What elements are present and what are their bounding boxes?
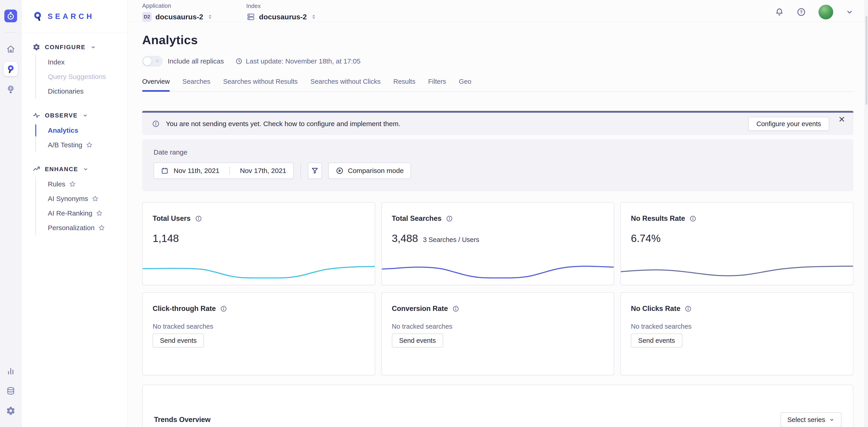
card-title: No Clicks Rate	[631, 304, 680, 313]
info-icon	[152, 120, 160, 128]
sidebar-item-ai-synonyms[interactable]: AI Synonyms	[48, 191, 127, 206]
info-icon[interactable]	[452, 305, 460, 313]
star-icon[interactable]	[69, 181, 76, 188]
sidebar-item-analytics[interactable]: Analytics	[48, 123, 127, 138]
send-events-button[interactable]: Send events	[153, 333, 204, 348]
index-selector[interactable]: Index docusaurus-2	[246, 2, 317, 22]
sidebar-item-rules[interactable]: Rules	[48, 177, 127, 191]
clock-icon	[235, 58, 243, 65]
close-icon[interactable]	[838, 116, 846, 123]
section-enhance: ENHANCE Rules AI Synonyms AI R	[33, 163, 127, 235]
info-icon[interactable]	[445, 215, 453, 222]
trend-up-icon	[33, 165, 40, 173]
tab-geo[interactable]: Geo	[459, 78, 471, 91]
top-bar: Application D2 docusaurus-2 Index	[128, 0, 868, 22]
svg-text:?: ?	[800, 9, 803, 14]
configure-events-button[interactable]: Configure your events	[748, 117, 829, 131]
card-title: Total Users	[153, 215, 191, 223]
comparison-mode-label: Comparison mode	[348, 167, 404, 174]
data-sources-icon[interactable]	[4, 384, 18, 398]
chevron-down-icon	[829, 417, 835, 423]
trends-title: Trends Overview	[154, 416, 211, 424]
info-icon[interactable]	[684, 305, 692, 313]
events-banner: You are not sending events yet. Check ho…	[142, 111, 854, 135]
application-badge: D2	[142, 12, 152, 22]
empty-state-text: No tracked searches	[153, 323, 365, 330]
sidebar-item-query-suggestions[interactable]: Query Suggestions	[48, 69, 127, 84]
main-area: Application D2 docusaurus-2 Index	[128, 0, 868, 427]
comparison-mode-button[interactable]: Comparison mode	[328, 163, 411, 179]
chevron-down-icon	[82, 112, 88, 118]
info-icon[interactable]	[220, 305, 227, 313]
card-title: Total Searches	[392, 215, 441, 223]
send-events-button[interactable]: Send events	[631, 333, 682, 348]
select-series-button[interactable]: Select series	[780, 412, 842, 427]
home-icon[interactable]	[4, 42, 18, 56]
no-results-rate-sparkline	[621, 260, 853, 282]
sidebar-item-personalization[interactable]: Personalization	[48, 221, 127, 235]
index-stack-icon	[246, 12, 255, 22]
sidebar-item-dictionaries[interactable]: Dictionaries	[48, 84, 127, 99]
stopwatch-app-icon[interactable]	[4, 9, 17, 22]
last-update-text: Last update: November 18th, at 17:05	[246, 57, 361, 65]
section-configure: CONFIGURE Index Query Suggestions Dictio…	[33, 41, 127, 99]
analytics-bars-icon[interactable]	[4, 364, 18, 378]
star-icon[interactable]	[86, 141, 93, 149]
search-product-icon[interactable]	[4, 62, 18, 76]
recommend-bulb-icon[interactable]	[4, 82, 18, 96]
filter-funnel-button[interactable]	[308, 163, 322, 179]
index-value: docusaurus-2	[259, 13, 307, 21]
metric-card-click-through-rate: Click-through Rate No tracked searches S…	[142, 292, 375, 375]
include-replicas-label: Include all replicas	[168, 57, 224, 65]
date-range-picker[interactable]: Nov 11th, 2021 Nov 17th, 2021	[154, 163, 294, 179]
sidebar: SEARCH CONFIGURE Index Que	[22, 0, 128, 427]
tab-overview[interactable]: Overview	[142, 78, 170, 91]
star-icon[interactable]	[96, 210, 103, 217]
metric-cards: Total Users 1,148 Total Searches	[142, 202, 854, 375]
sidebar-item-ai-reranking[interactable]: AI Re-Ranking	[48, 206, 127, 221]
section-configure-header[interactable]: CONFIGURE	[33, 41, 127, 54]
tab-results[interactable]: Results	[393, 78, 415, 91]
date-end: Nov 17th, 2021	[240, 167, 286, 174]
toggle-knob	[143, 57, 152, 65]
metric-value: 6.74%	[631, 232, 660, 244]
card-title: No Results Rate	[631, 215, 685, 223]
page-title: Analytics	[142, 33, 854, 47]
info-icon[interactable]	[195, 215, 202, 222]
star-icon[interactable]	[92, 195, 99, 202]
include-replicas-toggle[interactable]: ×	[142, 56, 163, 66]
application-selector[interactable]: Application D2 docusaurus-2	[142, 2, 213, 22]
tab-searches[interactable]: Searches	[183, 78, 211, 91]
tab-filters[interactable]: Filters	[428, 78, 446, 91]
metric-value: 3,488	[392, 232, 418, 244]
empty-state-text: No tracked searches	[392, 323, 604, 330]
analytics-dashboard: SEARCH CONFIGURE Index Que	[0, 0, 868, 427]
last-update: Last update: November 18th, at 17:05	[235, 57, 361, 65]
user-menu-chevron-icon[interactable]	[846, 8, 854, 16]
help-icon[interactable]: ?	[797, 7, 806, 17]
send-events-button[interactable]: Send events	[392, 333, 443, 348]
sort-chevrons-icon	[311, 14, 317, 20]
section-enhance-header[interactable]: ENHANCE	[33, 163, 127, 175]
section-observe-header[interactable]: OBSERVE	[33, 109, 127, 122]
star-icon[interactable]	[98, 224, 105, 231]
user-avatar[interactable]	[818, 5, 833, 20]
chevron-down-icon	[90, 44, 96, 50]
metric-card-total-searches: Total Searches 3,488 3 Searches / Users	[381, 202, 614, 285]
info-icon[interactable]	[689, 215, 697, 222]
metric-card-no-results-rate: No Results Rate 6.74%	[620, 202, 854, 285]
metric-card-conversion-rate: Conversion Rate No tracked searches Send…	[381, 292, 614, 375]
sidebar-item-ab-testing[interactable]: A/B Testing	[48, 138, 127, 152]
vertical-scrollbar	[865, 0, 868, 427]
divider	[301, 163, 301, 179]
settings-gear-icon[interactable]	[4, 404, 18, 418]
sidebar-item-index[interactable]: Index	[48, 55, 127, 69]
date-start: Nov 11th, 2021	[174, 167, 219, 174]
date-range-label: Date range	[154, 149, 842, 156]
notifications-bell-icon[interactable]	[775, 7, 784, 17]
tab-searches-without-clicks[interactable]: Searches without Clicks	[311, 78, 381, 91]
play-circle-icon	[336, 167, 344, 175]
scrollbar-thumb[interactable]	[866, 16, 868, 105]
brand-logo[interactable]: SEARCH	[22, 0, 127, 33]
tab-searches-without-results[interactable]: Searches without Results	[223, 78, 298, 91]
